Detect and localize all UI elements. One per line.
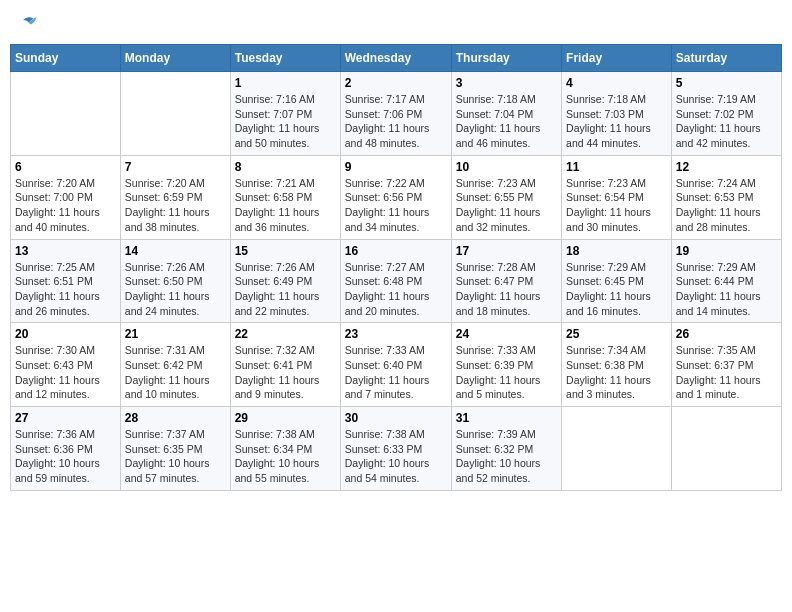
day-number: 30 — [345, 411, 447, 425]
calendar-cell — [671, 407, 781, 491]
calendar-cell: 31 Sunrise: 7:39 AMSunset: 6:32 PMDaylig… — [451, 407, 561, 491]
weekday-monday: Monday — [120, 45, 230, 72]
day-info: Sunrise: 7:17 AMSunset: 7:06 PMDaylight:… — [345, 92, 447, 151]
day-number: 9 — [345, 160, 447, 174]
day-number: 25 — [566, 327, 667, 341]
day-number: 11 — [566, 160, 667, 174]
calendar-cell: 13 Sunrise: 7:25 AMSunset: 6:51 PMDaylig… — [11, 239, 121, 323]
day-info: Sunrise: 7:26 AMSunset: 6:50 PMDaylight:… — [125, 260, 226, 319]
calendar-cell: 2 Sunrise: 7:17 AMSunset: 7:06 PMDayligh… — [340, 72, 451, 156]
calendar-cell: 9 Sunrise: 7:22 AMSunset: 6:56 PMDayligh… — [340, 155, 451, 239]
day-info: Sunrise: 7:16 AMSunset: 7:07 PMDaylight:… — [235, 92, 336, 151]
calendar-cell: 24 Sunrise: 7:33 AMSunset: 6:39 PMDaylig… — [451, 323, 561, 407]
calendar-cell: 3 Sunrise: 7:18 AMSunset: 7:04 PMDayligh… — [451, 72, 561, 156]
day-info: Sunrise: 7:35 AMSunset: 6:37 PMDaylight:… — [676, 343, 777, 402]
calendar-cell: 25 Sunrise: 7:34 AMSunset: 6:38 PMDaylig… — [562, 323, 672, 407]
day-number: 27 — [15, 411, 116, 425]
day-number: 20 — [15, 327, 116, 341]
calendar-cell: 17 Sunrise: 7:28 AMSunset: 6:47 PMDaylig… — [451, 239, 561, 323]
day-info: Sunrise: 7:28 AMSunset: 6:47 PMDaylight:… — [456, 260, 557, 319]
day-info: Sunrise: 7:33 AMSunset: 6:39 PMDaylight:… — [456, 343, 557, 402]
calendar-cell: 10 Sunrise: 7:23 AMSunset: 6:55 PMDaylig… — [451, 155, 561, 239]
page-header — [10, 10, 782, 36]
day-number: 14 — [125, 244, 226, 258]
calendar-cell: 11 Sunrise: 7:23 AMSunset: 6:54 PMDaylig… — [562, 155, 672, 239]
weekday-wednesday: Wednesday — [340, 45, 451, 72]
day-info: Sunrise: 7:23 AMSunset: 6:55 PMDaylight:… — [456, 176, 557, 235]
day-number: 10 — [456, 160, 557, 174]
calendar-cell: 29 Sunrise: 7:38 AMSunset: 6:34 PMDaylig… — [230, 407, 340, 491]
day-info: Sunrise: 7:18 AMSunset: 7:03 PMDaylight:… — [566, 92, 667, 151]
weekday-thursday: Thursday — [451, 45, 561, 72]
day-number: 29 — [235, 411, 336, 425]
weekday-friday: Friday — [562, 45, 672, 72]
calendar-week-2: 13 Sunrise: 7:25 AMSunset: 6:51 PMDaylig… — [11, 239, 782, 323]
day-number: 17 — [456, 244, 557, 258]
day-info: Sunrise: 7:29 AMSunset: 6:45 PMDaylight:… — [566, 260, 667, 319]
day-number: 22 — [235, 327, 336, 341]
logo — [18, 14, 38, 32]
day-info: Sunrise: 7:38 AMSunset: 6:33 PMDaylight:… — [345, 427, 447, 486]
calendar-cell: 7 Sunrise: 7:20 AMSunset: 6:59 PMDayligh… — [120, 155, 230, 239]
day-info: Sunrise: 7:20 AMSunset: 6:59 PMDaylight:… — [125, 176, 226, 235]
logo-bird-icon — [20, 14, 38, 32]
calendar-cell: 23 Sunrise: 7:33 AMSunset: 6:40 PMDaylig… — [340, 323, 451, 407]
calendar-cell: 5 Sunrise: 7:19 AMSunset: 7:02 PMDayligh… — [671, 72, 781, 156]
day-info: Sunrise: 7:36 AMSunset: 6:36 PMDaylight:… — [15, 427, 116, 486]
day-info: Sunrise: 7:33 AMSunset: 6:40 PMDaylight:… — [345, 343, 447, 402]
calendar-week-1: 6 Sunrise: 7:20 AMSunset: 7:00 PMDayligh… — [11, 155, 782, 239]
day-info: Sunrise: 7:39 AMSunset: 6:32 PMDaylight:… — [456, 427, 557, 486]
day-number: 8 — [235, 160, 336, 174]
day-info: Sunrise: 7:37 AMSunset: 6:35 PMDaylight:… — [125, 427, 226, 486]
calendar-cell — [562, 407, 672, 491]
day-info: Sunrise: 7:30 AMSunset: 6:43 PMDaylight:… — [15, 343, 116, 402]
day-info: Sunrise: 7:29 AMSunset: 6:44 PMDaylight:… — [676, 260, 777, 319]
day-number: 28 — [125, 411, 226, 425]
calendar-cell: 30 Sunrise: 7:38 AMSunset: 6:33 PMDaylig… — [340, 407, 451, 491]
day-number: 19 — [676, 244, 777, 258]
day-info: Sunrise: 7:27 AMSunset: 6:48 PMDaylight:… — [345, 260, 447, 319]
calendar-cell: 15 Sunrise: 7:26 AMSunset: 6:49 PMDaylig… — [230, 239, 340, 323]
day-number: 12 — [676, 160, 777, 174]
day-info: Sunrise: 7:38 AMSunset: 6:34 PMDaylight:… — [235, 427, 336, 486]
day-number: 6 — [15, 160, 116, 174]
day-number: 31 — [456, 411, 557, 425]
calendar-body: 1 Sunrise: 7:16 AMSunset: 7:07 PMDayligh… — [11, 72, 782, 491]
day-number: 15 — [235, 244, 336, 258]
day-info: Sunrise: 7:20 AMSunset: 7:00 PMDaylight:… — [15, 176, 116, 235]
calendar-cell: 27 Sunrise: 7:36 AMSunset: 6:36 PMDaylig… — [11, 407, 121, 491]
day-info: Sunrise: 7:31 AMSunset: 6:42 PMDaylight:… — [125, 343, 226, 402]
calendar-cell: 26 Sunrise: 7:35 AMSunset: 6:37 PMDaylig… — [671, 323, 781, 407]
calendar-cell — [11, 72, 121, 156]
day-number: 3 — [456, 76, 557, 90]
weekday-header-row: SundayMondayTuesdayWednesdayThursdayFrid… — [11, 45, 782, 72]
day-number: 26 — [676, 327, 777, 341]
day-info: Sunrise: 7:23 AMSunset: 6:54 PMDaylight:… — [566, 176, 667, 235]
day-number: 16 — [345, 244, 447, 258]
day-info: Sunrise: 7:26 AMSunset: 6:49 PMDaylight:… — [235, 260, 336, 319]
weekday-sunday: Sunday — [11, 45, 121, 72]
calendar-cell: 1 Sunrise: 7:16 AMSunset: 7:07 PMDayligh… — [230, 72, 340, 156]
calendar-cell: 22 Sunrise: 7:32 AMSunset: 6:41 PMDaylig… — [230, 323, 340, 407]
calendar-week-4: 27 Sunrise: 7:36 AMSunset: 6:36 PMDaylig… — [11, 407, 782, 491]
calendar-cell: 4 Sunrise: 7:18 AMSunset: 7:03 PMDayligh… — [562, 72, 672, 156]
calendar-cell: 21 Sunrise: 7:31 AMSunset: 6:42 PMDaylig… — [120, 323, 230, 407]
calendar-table: SundayMondayTuesdayWednesdayThursdayFrid… — [10, 44, 782, 491]
day-number: 4 — [566, 76, 667, 90]
calendar-cell: 18 Sunrise: 7:29 AMSunset: 6:45 PMDaylig… — [562, 239, 672, 323]
weekday-saturday: Saturday — [671, 45, 781, 72]
day-number: 1 — [235, 76, 336, 90]
day-number: 5 — [676, 76, 777, 90]
day-number: 21 — [125, 327, 226, 341]
calendar-week-0: 1 Sunrise: 7:16 AMSunset: 7:07 PMDayligh… — [11, 72, 782, 156]
calendar-cell: 19 Sunrise: 7:29 AMSunset: 6:44 PMDaylig… — [671, 239, 781, 323]
day-number: 18 — [566, 244, 667, 258]
day-number: 23 — [345, 327, 447, 341]
calendar-cell: 6 Sunrise: 7:20 AMSunset: 7:00 PMDayligh… — [11, 155, 121, 239]
calendar-cell: 28 Sunrise: 7:37 AMSunset: 6:35 PMDaylig… — [120, 407, 230, 491]
day-info: Sunrise: 7:22 AMSunset: 6:56 PMDaylight:… — [345, 176, 447, 235]
day-number: 24 — [456, 327, 557, 341]
day-info: Sunrise: 7:24 AMSunset: 6:53 PMDaylight:… — [676, 176, 777, 235]
calendar-cell: 16 Sunrise: 7:27 AMSunset: 6:48 PMDaylig… — [340, 239, 451, 323]
day-number: 2 — [345, 76, 447, 90]
